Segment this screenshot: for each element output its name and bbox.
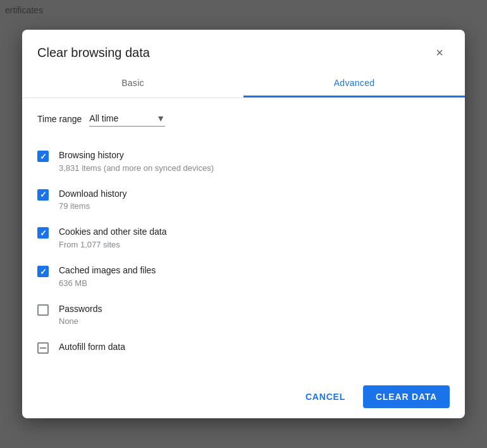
dialog-title: Clear browsing data [37, 46, 150, 60]
item-text-cached: Cached images and files 636 MB [59, 264, 450, 288]
tab-advanced[interactable]: Advanced [244, 70, 465, 97]
partial-mark-icon [40, 347, 46, 349]
checkbox-visual-download-history: ✓ [37, 189, 49, 201]
dialog-header: Clear browsing data × [22, 30, 465, 63]
item-subtitle-passwords: None [59, 316, 450, 326]
item-text-passwords: Passwords None [59, 303, 450, 327]
checkbox-item-autofill[interactable]: Autofill form data [37, 333, 450, 363]
item-title-browsing-history: Browsing history [59, 149, 450, 162]
close-button[interactable]: × [429, 42, 450, 63]
item-title-autofill: Autofill form data [59, 341, 450, 354]
tab-basic[interactable]: Basic [22, 70, 244, 97]
time-range-select[interactable]: All time ▼ [89, 111, 165, 127]
item-subtitle-cookies: From 1,077 sites [59, 240, 450, 249]
checkbox-visual-passwords [37, 304, 49, 316]
checkbox-visual-cached: ✓ [37, 266, 49, 277]
item-subtitle-download-history: 79 items [59, 201, 450, 211]
item-subtitle-browsing-history: 3,831 items (and more on synced devices) [59, 163, 450, 173]
item-title-download-history: Download history [59, 188, 450, 201]
item-text-browsing-history: Browsing history 3,831 items (and more o… [59, 149, 450, 173]
clear-data-button[interactable]: CLEAR DATA [363, 385, 450, 408]
clear-browsing-data-dialog: Clear browsing data × Basic Advanced Tim… [22, 30, 465, 418]
item-text-download-history: Download history 79 items [59, 188, 450, 211]
checkbox-item-cookies[interactable]: ✓ Cookies and other site data From 1,077… [37, 218, 450, 257]
cancel-button[interactable]: CANCEL [293, 385, 358, 408]
checkbox-list: ✓ Browsing history 3,831 items (and more… [37, 142, 450, 363]
tabs-bar: Basic Advanced [22, 70, 465, 98]
checkbox-visual-autofill [37, 342, 49, 354]
checkbox-autofill[interactable] [37, 342, 49, 354]
dialog-footer: CANCEL CLEAR DATA [22, 375, 465, 418]
checkbox-passwords[interactable] [37, 304, 49, 316]
time-range-row: Time range All time ▼ [37, 111, 450, 127]
dialog-body: Time range All time ▼ ✓ Browsing history… [22, 98, 465, 375]
item-title-cookies: Cookies and other site data [59, 226, 450, 239]
checkmark-icon: ✓ [40, 268, 47, 276]
item-title-cached: Cached images and files [59, 264, 450, 277]
chevron-down-icon: ▼ [156, 113, 165, 123]
checkmark-icon: ✓ [40, 229, 47, 237]
checkbox-item-cached[interactable]: ✓ Cached images and files 636 MB [37, 257, 450, 296]
checkbox-visual-browsing-history: ✓ [37, 151, 49, 162]
checkbox-browsing-history[interactable]: ✓ [37, 151, 49, 162]
item-title-passwords: Passwords [59, 303, 450, 316]
time-range-value: All time [89, 113, 118, 123]
checkbox-download-history[interactable]: ✓ [37, 189, 49, 201]
checkmark-icon: ✓ [40, 190, 47, 199]
checkmark-icon: ✓ [40, 152, 47, 161]
checkbox-cookies[interactable]: ✓ [37, 227, 49, 239]
item-text-autofill: Autofill form data [59, 341, 450, 355]
checkbox-item-passwords[interactable]: Passwords None [37, 296, 450, 334]
checkbox-visual-cookies: ✓ [37, 227, 49, 239]
checkbox-cached[interactable]: ✓ [37, 266, 49, 277]
item-subtitle-cached: 636 MB [59, 278, 450, 288]
close-icon: × [436, 46, 443, 60]
checkbox-item-browsing-history[interactable]: ✓ Browsing history 3,831 items (and more… [37, 142, 450, 180]
item-text-cookies: Cookies and other site data From 1,077 s… [59, 226, 450, 249]
checkbox-item-download-history[interactable]: ✓ Download history 79 items [37, 180, 450, 219]
time-range-label: Time range [37, 114, 82, 124]
